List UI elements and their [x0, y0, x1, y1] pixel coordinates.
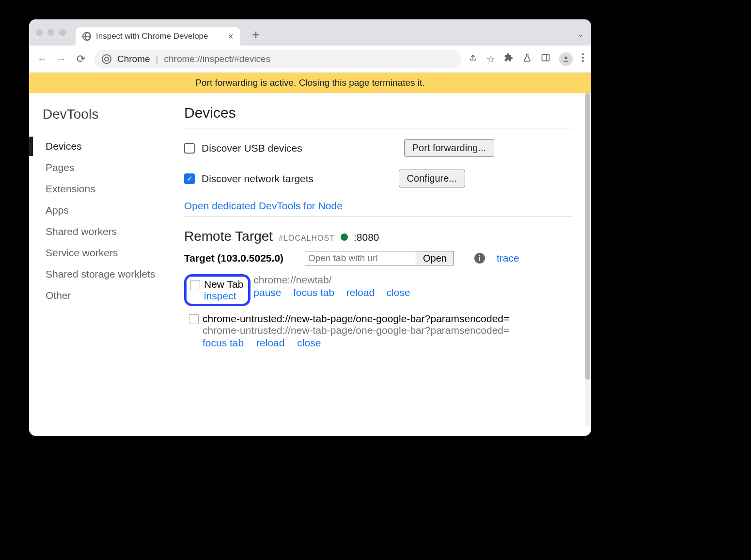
- browser-tab[interactable]: Inspect with Chrome Develope ×: [76, 27, 240, 46]
- port-forwarding-button[interactable]: Port forwarding...: [404, 139, 494, 157]
- target-label: Target (103.0.5025.0): [184, 252, 283, 264]
- side-panel-icon[interactable]: [541, 53, 550, 65]
- discover-network-label: Discover network targets: [202, 173, 313, 185]
- focus-tab-link[interactable]: focus tab: [293, 287, 334, 298]
- svg-point-5: [582, 60, 584, 62]
- chrome-icon: [102, 54, 111, 64]
- scrollbar-thumb[interactable]: [585, 93, 590, 380]
- info-icon[interactable]: i: [474, 253, 485, 264]
- reload-link[interactable]: reload: [346, 287, 375, 298]
- window-controls: [36, 29, 66, 36]
- sidebar-item-service-workers[interactable]: Service workers: [43, 242, 184, 264]
- profile-avatar-icon[interactable]: [559, 52, 573, 66]
- discover-usb-checkbox[interactable]: [184, 143, 195, 154]
- remote-target-title: Remote Target: [184, 229, 273, 244]
- open-tab-url-input[interactable]: [305, 251, 416, 265]
- focus-tab-link[interactable]: focus tab: [203, 337, 244, 348]
- tab-title: Inspect with Chrome Develope: [96, 31, 223, 41]
- entry-title: New Tab: [204, 279, 243, 290]
- status-dot-icon: [341, 233, 348, 241]
- reload-link[interactable]: reload: [256, 337, 284, 348]
- browser-window: Inspect with Chrome Develope × + ⌄ ← → ⟳…: [29, 19, 591, 436]
- sidebar-item-other[interactable]: Other: [43, 285, 184, 306]
- trace-link[interactable]: trace: [497, 252, 519, 264]
- forward-icon[interactable]: →: [55, 53, 68, 65]
- toolbar-actions: ☆: [468, 52, 584, 66]
- discover-network-checkbox[interactable]: ✓: [184, 173, 195, 184]
- inspect-highlight: New Tab inspect: [184, 274, 250, 306]
- target-entry: chrome-untrusted://new-tab-page/one-goog…: [189, 313, 572, 349]
- discover-usb-row: Discover USB devices Port forwarding...: [184, 139, 572, 157]
- remote-target-port: :8080: [354, 232, 379, 243]
- close-window-icon[interactable]: [36, 29, 43, 36]
- favicon-placeholder-icon: [189, 314, 199, 324]
- extensions-puzzle-icon[interactable]: [504, 53, 514, 65]
- discover-network-row: ✓ Discover network targets Configure...: [184, 170, 572, 187]
- reload-icon[interactable]: ⟳: [75, 53, 87, 65]
- pause-link[interactable]: pause: [253, 287, 281, 298]
- tab-overflow-chevron-icon[interactable]: ⌄: [577, 29, 584, 39]
- sidebar-item-apps[interactable]: Apps: [43, 200, 184, 221]
- main-heading: Devices: [184, 105, 572, 121]
- page-body: DevTools DevicesPagesExtensionsAppsShare…: [29, 93, 591, 436]
- sidebar-title: DevTools: [43, 107, 184, 122]
- close-link[interactable]: close: [387, 287, 410, 298]
- share-icon[interactable]: [468, 53, 478, 65]
- open-tab-button[interactable]: Open: [416, 251, 454, 265]
- entry-url: chrome-untrusted://new-tab-page/one-goog…: [203, 325, 509, 336]
- close-link[interactable]: close: [297, 337, 321, 348]
- svg-point-2: [564, 56, 567, 59]
- new-tab-button[interactable]: +: [252, 27, 260, 43]
- svg-point-3: [582, 53, 584, 55]
- globe-icon: [82, 32, 91, 41]
- entry-title: chrome-untrusted://new-tab-page/one-goog…: [203, 313, 509, 325]
- divider: [184, 128, 572, 128]
- inspect-link[interactable]: inspect: [204, 290, 243, 302]
- sidebar-item-shared-storage-worklets[interactable]: Shared storage worklets: [43, 264, 184, 285]
- back-icon[interactable]: ←: [36, 53, 48, 65]
- sidebar-item-devices[interactable]: Devices: [43, 136, 184, 157]
- scrollbar[interactable]: [585, 93, 590, 426]
- sidebar-item-extensions[interactable]: Extensions: [43, 178, 184, 200]
- port-forwarding-banner: Port forwarding is active. Closing this …: [29, 73, 591, 93]
- toolbar: ← → ⟳ Chrome | chrome://inspect/#devices…: [29, 46, 591, 73]
- tab-strip: Inspect with Chrome Develope × + ⌄: [29, 19, 591, 46]
- entry-url: chrome://newtab/: [253, 274, 331, 285]
- zoom-window-icon[interactable]: [59, 29, 66, 36]
- target-row: Target (103.0.5025.0) Open i trace: [184, 251, 572, 265]
- sidebar-item-pages[interactable]: Pages: [43, 157, 184, 178]
- discover-usb-label: Discover USB devices: [202, 142, 302, 154]
- main-panel: Devices Discover USB devices Port forwar…: [184, 93, 591, 436]
- omnibox-separator: |: [156, 54, 158, 64]
- sidebar: DevTools DevicesPagesExtensionsAppsShare…: [29, 93, 184, 436]
- open-node-devtools-link[interactable]: Open dedicated DevTools for Node: [184, 200, 343, 211]
- favicon-placeholder-icon: [190, 280, 200, 290]
- svg-rect-0: [542, 54, 549, 61]
- remote-target-host: #LOCALHOST: [279, 234, 335, 243]
- close-tab-icon[interactable]: ×: [228, 31, 234, 41]
- labs-flask-icon[interactable]: [522, 53, 532, 65]
- remote-target-header: Remote Target #LOCALHOST :8080: [184, 229, 572, 244]
- minimize-window-icon[interactable]: [47, 29, 54, 36]
- omnibox-url: chrome://inspect/#devices: [164, 54, 271, 64]
- kebab-menu-icon[interactable]: [581, 53, 584, 65]
- address-bar[interactable]: Chrome | chrome://inspect/#devices: [94, 50, 461, 68]
- bookmark-star-icon[interactable]: ☆: [486, 53, 495, 65]
- sidebar-item-shared-workers[interactable]: Shared workers: [43, 221, 184, 242]
- divider: [184, 217, 572, 217]
- omnibox-label: Chrome: [117, 54, 150, 64]
- configure-button[interactable]: Configure...: [399, 170, 465, 187]
- svg-point-4: [582, 57, 584, 59]
